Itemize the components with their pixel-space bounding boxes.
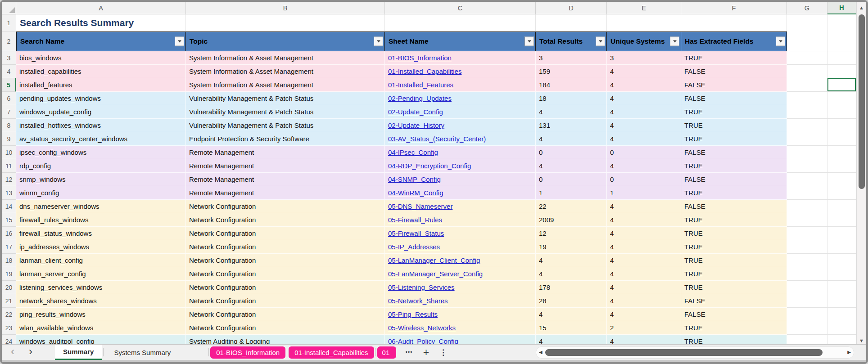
sheet-link[interactable]: 04-SNMP_Config bbox=[388, 175, 441, 183]
cell-topic[interactable]: Network Configuration bbox=[186, 213, 385, 227]
cell-empty[interactable] bbox=[827, 308, 856, 321]
cell-empty[interactable] bbox=[787, 240, 827, 254]
sheet-link[interactable]: 04-WinRM_Config bbox=[388, 189, 443, 197]
cell-empty[interactable] bbox=[787, 254, 827, 267]
cell-empty[interactable] bbox=[787, 51, 827, 65]
filter-dropdown-button[interactable] bbox=[596, 37, 605, 46]
cell-has-extracted-fields[interactable]: TRUE bbox=[681, 213, 787, 227]
cell-search-name[interactable]: installed_features bbox=[16, 78, 186, 92]
cell-empty[interactable] bbox=[787, 78, 827, 92]
cell-empty[interactable] bbox=[827, 173, 856, 186]
scroll-right-arrow-icon[interactable]: ▶ bbox=[847, 350, 851, 355]
cell-total-results[interactable]: 0 bbox=[536, 146, 607, 159]
filter-dropdown-button[interactable] bbox=[670, 37, 679, 46]
cell-has-extracted-fields[interactable]: TRUE bbox=[681, 119, 787, 132]
cell-h1[interactable] bbox=[827, 14, 856, 31]
cell-has-extracted-fields[interactable]: TRUE bbox=[681, 267, 787, 281]
cell-empty[interactable] bbox=[787, 308, 827, 321]
cell-search-name[interactable]: windows_auditpol_config bbox=[16, 335, 186, 344]
cell-empty[interactable] bbox=[827, 227, 856, 240]
sheet-link[interactable]: 05-Wireless_Networks bbox=[388, 324, 456, 332]
cell-empty[interactable] bbox=[787, 146, 827, 159]
cell-unique-systems[interactable]: 4 bbox=[607, 240, 681, 254]
sheet-link[interactable]: 05-LanManager_Client_Config bbox=[388, 256, 480, 264]
cell-sheet-name[interactable]: 02-Pending_Updates bbox=[385, 92, 536, 105]
cell-unique-systems[interactable]: 4 bbox=[607, 267, 681, 281]
cell-empty[interactable] bbox=[827, 186, 856, 200]
row-number[interactable]: 14 bbox=[2, 200, 16, 213]
column-header-g[interactable]: G bbox=[787, 2, 827, 14]
cell-topic[interactable]: System Information & Asset Management bbox=[186, 51, 385, 65]
row-number[interactable]: 16 bbox=[2, 227, 16, 240]
cell-sheet-name[interactable]: 05-IP_Addresses bbox=[385, 240, 536, 254]
cell-has-extracted-fields[interactable]: FALSE bbox=[681, 294, 787, 308]
cell-empty[interactable] bbox=[827, 78, 856, 92]
cell-unique-systems[interactable]: 4 bbox=[607, 213, 681, 227]
sheet-link[interactable]: 04-IPsec_Config bbox=[388, 148, 438, 156]
sheet-link[interactable]: 01-Installed_Capabilities bbox=[388, 67, 461, 75]
sheet-tab[interactable]: 01-BIOS_Information bbox=[210, 346, 285, 359]
cell-total-results[interactable]: 4 bbox=[536, 335, 607, 344]
row-number[interactable]: 6 bbox=[2, 92, 16, 105]
cell-search-name[interactable]: ip_addresses_windows bbox=[16, 240, 186, 254]
cell-search-name[interactable]: ping_results_windows bbox=[16, 308, 186, 321]
cell-search-name[interactable]: snmp_windows bbox=[16, 173, 186, 186]
column-header-a[interactable]: A bbox=[16, 2, 186, 14]
tab-menu-icon[interactable]: ⋮ bbox=[437, 348, 450, 357]
sheet-link[interactable]: 02-Pending_Updates bbox=[388, 94, 452, 102]
cell-sheet-name[interactable]: 05-LanManager_Server_Config bbox=[385, 267, 536, 281]
cell-empty[interactable] bbox=[787, 105, 827, 119]
cell-unique-systems[interactable]: 3 bbox=[607, 51, 681, 65]
cell-empty[interactable] bbox=[787, 200, 827, 213]
sheet-tab[interactable]: Systems Summary bbox=[105, 345, 180, 360]
cell-empty[interactable] bbox=[827, 146, 856, 159]
cell-empty[interactable] bbox=[827, 159, 856, 173]
cell-topic[interactable]: Remote Management bbox=[186, 186, 385, 200]
cell-empty[interactable] bbox=[827, 254, 856, 267]
cell-search-name[interactable]: wlan_available_windows bbox=[16, 321, 186, 335]
cell-unique-systems[interactable]: 4 bbox=[607, 281, 681, 294]
filter-dropdown-button[interactable] bbox=[776, 37, 785, 46]
row-number[interactable]: 22 bbox=[2, 308, 16, 321]
cell-has-extracted-fields[interactable]: FALSE bbox=[681, 173, 787, 186]
cell-has-extracted-fields[interactable]: TRUE bbox=[681, 321, 787, 335]
cell-topic[interactable]: Endpoint Protection & Security Software bbox=[186, 132, 385, 146]
cell-sheet-name[interactable]: 05-Network_Shares bbox=[385, 294, 536, 308]
cell-has-extracted-fields[interactable]: TRUE bbox=[681, 186, 787, 200]
cell-empty[interactable] bbox=[787, 173, 827, 186]
sheet-link[interactable]: 04-RDP_Encryption_Config bbox=[388, 162, 471, 170]
cell-e1[interactable] bbox=[607, 14, 681, 31]
cell-empty[interactable] bbox=[787, 227, 827, 240]
row-number[interactable]: 21 bbox=[2, 294, 16, 308]
sheet-link[interactable]: 05-Listening_Services bbox=[388, 283, 455, 291]
cell-empty[interactable] bbox=[827, 132, 856, 146]
cell-empty[interactable] bbox=[787, 65, 827, 78]
cell-topic[interactable]: Network Configuration bbox=[186, 308, 385, 321]
filter-dropdown-button[interactable] bbox=[175, 37, 184, 46]
cell-empty[interactable] bbox=[827, 65, 856, 78]
cell-topic[interactable]: System Information & Asset Management bbox=[186, 78, 385, 92]
cell-unique-systems[interactable]: 4 bbox=[607, 132, 681, 146]
cell-total-results[interactable]: 0 bbox=[536, 173, 607, 186]
row-number[interactable]: 12 bbox=[2, 173, 16, 186]
cell-has-extracted-fields[interactable]: TRUE bbox=[681, 254, 787, 267]
cell-empty[interactable] bbox=[827, 213, 856, 227]
sheet-link[interactable]: 03-AV_Status_(Security_Center) bbox=[388, 135, 486, 143]
cell-sheet-name[interactable]: 05-Firewall_Status bbox=[385, 227, 536, 240]
cell-unique-systems[interactable]: 4 bbox=[607, 92, 681, 105]
cell-empty[interactable] bbox=[827, 51, 856, 65]
row-number[interactable]: 18 bbox=[2, 254, 16, 267]
cell-empty[interactable] bbox=[787, 213, 827, 227]
sheet-link[interactable]: 05-IP_Addresses bbox=[388, 243, 440, 251]
header-sheet-name[interactable]: Sheet Name bbox=[385, 31, 536, 51]
cell-topic[interactable]: Vulnerability Management & Patch Status bbox=[186, 92, 385, 105]
sheet-tab[interactable]: 01-Installed_Capabilities bbox=[289, 346, 374, 359]
row-number[interactable]: 15 bbox=[2, 213, 16, 227]
row-number[interactable]: 13 bbox=[2, 186, 16, 200]
scroll-down-arrow-icon[interactable]: ▼ bbox=[857, 338, 866, 343]
cell-total-results[interactable]: 4 bbox=[536, 159, 607, 173]
cell-empty[interactable] bbox=[827, 281, 856, 294]
cell-topic[interactable]: System Information & Asset Management bbox=[186, 65, 385, 78]
cell-g1[interactable] bbox=[787, 14, 827, 31]
cell-has-extracted-fields[interactable]: FALSE bbox=[681, 308, 787, 321]
